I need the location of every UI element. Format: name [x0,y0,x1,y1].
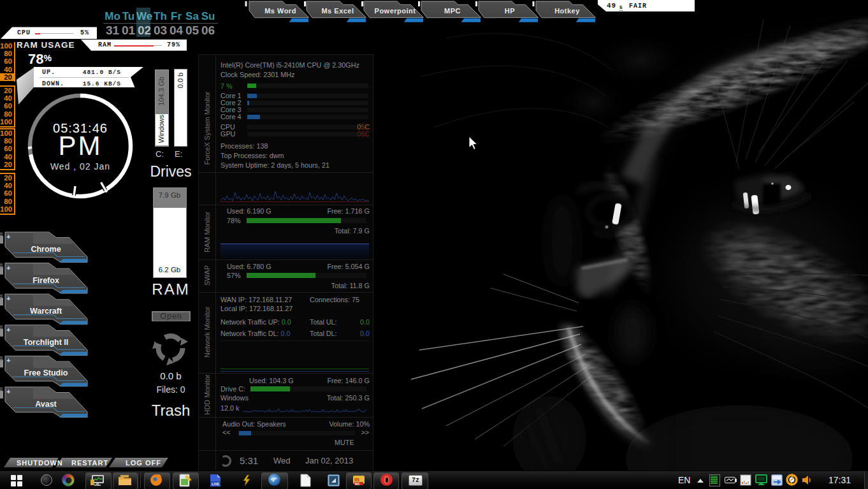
svg-text:HP: HP [505,7,515,15]
svg-text:Torchlight II: Torchlight II [24,338,69,347]
svg-text:IRC: IRC [355,483,361,486]
svg-text:Free Studio: Free Studio [24,369,68,377]
svg-text:Firefox: Firefox [33,276,59,285]
svg-text:Avast: Avast [35,400,57,409]
svg-text:Ms Word: Ms Word [264,7,296,15]
svg-text:m: m [354,476,359,483]
svg-text:MPC: MPC [444,7,461,15]
svg-text:LIVE: LIVE [212,482,220,486]
svg-text:Powerpoint: Powerpoint [375,7,416,15]
svg-text:Chrome: Chrome [31,245,61,254]
svg-text:Ms Excel: Ms Excel [321,7,354,15]
svg-text:Warcraft: Warcraft [30,307,62,316]
svg-text:Hotkey: Hotkey [554,7,580,15]
